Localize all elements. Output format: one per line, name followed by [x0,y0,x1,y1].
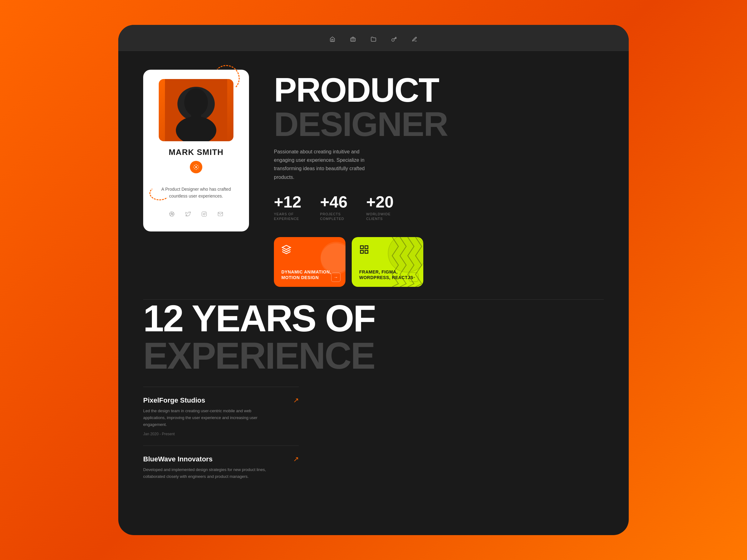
exp-date-pixelforge: Jan 2020 - Present [143,432,299,436]
skill-card-tools[interactable]: FRAMER, FIGMA,WORDPRESS, REACTJS → [352,237,423,287]
svg-point-9 [203,213,205,215]
experience-title: 12 YEARS OF EXPERIENCE [143,300,604,374]
exp-company-pixelforge: PixelForge Studios [143,396,205,404]
hero-description: Passionate about creating intuitive and … [274,148,380,181]
skill-tools-arrow[interactable]: → [409,272,418,282]
instagram-social-icon[interactable] [199,209,209,219]
skill-animation-arrow[interactable]: → [331,272,340,282]
profile-badge-icon [190,161,202,173]
svg-point-3 [184,88,208,116]
key-nav-icon[interactable] [388,34,400,45]
skill-animation-title: DYNAMIC ANIMATION,MOTION DESIGN [281,269,338,280]
stat-clients-number: +20 [366,194,393,210]
folder-nav-icon[interactable] [368,34,379,45]
experience-list: PixelForge Studios Led the design team i… [143,387,604,493]
stats-row: +12 YEARS OFEXPERIENCE +46 PROJECTSCOMPL… [274,194,604,221]
experience-title-line1: 12 YEARS OF [143,300,604,337]
exp-desc-pixelforge: Led the design team in creating user-cen… [143,407,268,428]
experience-item-bluewave-header: BlueWave Innovators [143,455,299,463]
experience-item-header: PixelForge Studios [143,396,299,404]
svg-rect-0 [351,38,356,42]
right-content-area: PRODUCT DESIGNER Passionate about creati… [274,70,604,287]
profile-social-links [167,209,225,219]
device-frame: MARK SMITH A Product Designer who has cr… [118,25,629,535]
svg-rect-15 [365,250,368,253]
svg-point-6 [196,166,197,168]
stat-projects-label: PROJECTSCOMPLETED [320,212,347,221]
stat-years-number: +12 [274,194,301,210]
exp-desc-bluewave: Developed and implemented design strateg… [143,466,268,480]
twitter-social-icon[interactable] [183,209,193,219]
navigation-bar [118,25,629,51]
svg-point-10 [205,212,206,213]
profile-card: MARK SMITH A Product Designer who has cr… [143,70,249,232]
stat-projects-number: +46 [320,194,347,210]
svg-rect-8 [202,212,207,216]
experience-item-pixelforge: PixelForge Studios Led the design team i… [143,387,299,446]
dribbble-social-icon[interactable] [167,209,177,219]
hero-title-line1: PRODUCT [274,73,604,107]
briefcase-nav-icon[interactable] [347,34,359,45]
stat-clients: +20 WORLDWIDECLIENTS [366,194,393,221]
grid-layout-icon [359,244,416,257]
stat-years-label: YEARS OFEXPERIENCE [274,212,301,221]
experience-section: 12 YEARS OF EXPERIENCE PixelForge Studio… [118,300,629,506]
edit-nav-icon[interactable] [409,34,420,45]
profile-photo [159,79,233,141]
svg-marker-11 [282,245,291,249]
email-social-icon[interactable] [215,209,225,219]
main-content: MARK SMITH A Product Designer who has cr… [118,51,629,299]
stat-years: +12 YEARS OFEXPERIENCE [274,194,301,221]
home-nav-icon[interactable] [327,34,338,45]
hero-title-line2: DESIGNER [274,107,604,141]
svg-rect-14 [360,250,363,253]
layers-icon [281,244,338,257]
stat-projects: +46 PROJECTSCOMPLETED [320,194,347,221]
stat-clients-label: WORLDWIDECLIENTS [366,212,393,221]
profile-description: A Product Designer who has crafted count… [153,186,240,200]
skill-card-animation[interactable]: DYNAMIC ANIMATION,MOTION DESIGN → [274,237,345,287]
skill-tools-title: FRAMER, FIGMA,WORDPRESS, REACTJS [359,269,416,280]
profile-name: MARK SMITH [169,148,224,157]
skill-cards-container: DYNAMIC ANIMATION,MOTION DESIGN → [274,237,604,287]
experience-item-bluewave: BlueWave Innovators Developed and implem… [143,446,299,493]
svg-rect-12 [360,246,363,248]
exp-arrow-bluewave[interactable]: ↗ [293,455,299,463]
svg-rect-13 [365,246,368,248]
hero-title: PRODUCT DESIGNER [274,73,604,141]
exp-arrow-pixelforge[interactable]: ↗ [293,396,299,404]
experience-title-line2: EXPERIENCE [143,337,604,374]
exp-company-bluewave: BlueWave Innovators [143,455,212,463]
